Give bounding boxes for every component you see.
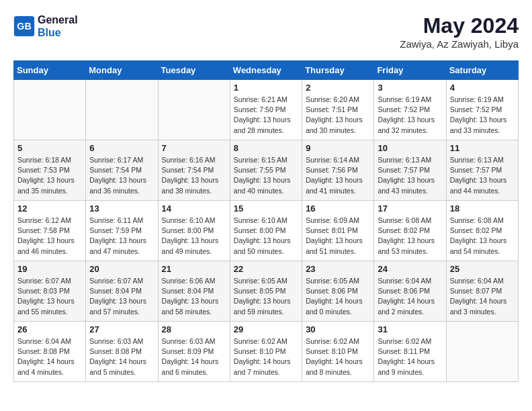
calendar-day-26: 26Sunrise: 6:04 AM Sunset: 8:08 PM Dayli… (14, 322, 86, 382)
day-number: 7 (162, 143, 226, 153)
calendar-day-23: 23Sunrise: 6:05 AM Sunset: 8:06 PM Dayli… (302, 261, 374, 322)
day-info: Sunrise: 6:12 AM Sunset: 7:58 PM Dayligh… (17, 216, 82, 257)
day-number: 14 (162, 203, 226, 214)
calendar-day-29: 29Sunrise: 6:02 AM Sunset: 8:10 PM Dayli… (230, 322, 302, 382)
calendar-day-15: 15Sunrise: 6:10 AM Sunset: 8:00 PM Dayli… (230, 201, 302, 261)
day-info: Sunrise: 6:11 AM Sunset: 7:59 PM Dayligh… (89, 216, 154, 257)
day-info: Sunrise: 6:04 AM Sunset: 8:06 PM Dayligh… (378, 276, 442, 317)
day-number: 29 (234, 324, 298, 334)
weekday-header-thursday: Thursday (302, 61, 374, 80)
calendar-day-3: 3Sunrise: 6:19 AM Sunset: 7:52 PM Daylig… (374, 80, 446, 140)
day-number: 12 (17, 203, 82, 214)
calendar-day-28: 28Sunrise: 6:03 AM Sunset: 8:09 PM Dayli… (158, 322, 230, 382)
calendar-week-4: 19Sunrise: 6:07 AM Sunset: 8:03 PM Dayli… (14, 261, 519, 322)
svg-text:GB: GB (17, 21, 31, 32)
title-area: May 2024 Zawiya, Az Zawiyah, Libya (400, 13, 519, 50)
calendar-day-9: 9Sunrise: 6:14 AM Sunset: 7:56 PM Daylig… (302, 140, 374, 201)
calendar-empty (86, 80, 158, 140)
calendar-table: SundayMondayTuesdayWednesdayThursdayFrid… (13, 60, 519, 382)
calendar-day-27: 27Sunrise: 6:03 AM Sunset: 8:08 PM Dayli… (86, 322, 158, 382)
calendar-day-5: 5Sunrise: 6:18 AM Sunset: 7:53 PM Daylig… (14, 140, 86, 201)
day-number: 8 (234, 143, 298, 153)
day-number: 11 (450, 143, 515, 153)
day-info: Sunrise: 6:07 AM Sunset: 8:04 PM Dayligh… (89, 276, 154, 317)
day-number: 18 (450, 203, 515, 214)
day-number: 5 (17, 143, 82, 153)
day-number: 26 (17, 324, 82, 334)
calendar-day-13: 13Sunrise: 6:11 AM Sunset: 7:59 PM Dayli… (86, 201, 158, 261)
day-info: Sunrise: 6:13 AM Sunset: 7:57 PM Dayligh… (450, 155, 515, 196)
weekday-header-friday: Friday (374, 61, 446, 80)
page-header: GB General Blue May 2024 Zawiya, Az Zawi… (13, 13, 519, 50)
day-number: 4 (450, 83, 515, 93)
day-info: Sunrise: 6:05 AM Sunset: 8:05 PM Dayligh… (234, 276, 298, 317)
logo-text-line1: General (38, 13, 78, 26)
calendar-day-14: 14Sunrise: 6:10 AM Sunset: 8:00 PM Dayli… (158, 201, 230, 261)
calendar-day-17: 17Sunrise: 6:08 AM Sunset: 8:02 PM Dayli… (374, 201, 446, 261)
calendar-day-11: 11Sunrise: 6:13 AM Sunset: 7:57 PM Dayli… (446, 140, 518, 201)
day-number: 6 (89, 143, 154, 153)
day-info: Sunrise: 6:18 AM Sunset: 7:53 PM Dayligh… (17, 155, 82, 196)
day-number: 22 (234, 264, 298, 274)
day-number: 28 (162, 324, 226, 334)
logo: GB General Blue (13, 13, 78, 39)
day-number: 16 (306, 203, 370, 214)
day-number: 2 (306, 83, 370, 93)
month-year-title: May 2024 (400, 13, 519, 38)
day-info: Sunrise: 6:21 AM Sunset: 7:50 PM Dayligh… (234, 95, 298, 136)
weekday-header-monday: Monday (86, 61, 158, 80)
logo-icon: GB (13, 15, 35, 37)
weekday-header-saturday: Saturday (446, 61, 518, 80)
day-info: Sunrise: 6:06 AM Sunset: 8:04 PM Dayligh… (162, 276, 226, 317)
day-info: Sunrise: 6:02 AM Sunset: 8:11 PM Dayligh… (378, 336, 442, 377)
calendar-day-31: 31Sunrise: 6:02 AM Sunset: 8:11 PM Dayli… (374, 322, 446, 382)
day-info: Sunrise: 6:07 AM Sunset: 8:03 PM Dayligh… (17, 276, 82, 317)
calendar-week-5: 26Sunrise: 6:04 AM Sunset: 8:08 PM Dayli… (14, 322, 519, 382)
day-info: Sunrise: 6:05 AM Sunset: 8:06 PM Dayligh… (306, 276, 370, 317)
calendar-day-10: 10Sunrise: 6:13 AM Sunset: 7:57 PM Dayli… (374, 140, 446, 201)
day-info: Sunrise: 6:03 AM Sunset: 8:08 PM Dayligh… (89, 336, 154, 377)
day-number: 25 (450, 264, 515, 274)
calendar-day-1: 1Sunrise: 6:21 AM Sunset: 7:50 PM Daylig… (230, 80, 302, 140)
day-info: Sunrise: 6:17 AM Sunset: 7:54 PM Dayligh… (89, 155, 154, 196)
day-number: 1 (234, 83, 298, 93)
calendar-week-3: 12Sunrise: 6:12 AM Sunset: 7:58 PM Dayli… (14, 201, 519, 261)
day-info: Sunrise: 6:19 AM Sunset: 7:52 PM Dayligh… (378, 95, 442, 136)
calendar-day-25: 25Sunrise: 6:04 AM Sunset: 8:07 PM Dayli… (446, 261, 518, 322)
calendar-week-2: 5Sunrise: 6:18 AM Sunset: 7:53 PM Daylig… (14, 140, 519, 201)
day-info: Sunrise: 6:08 AM Sunset: 8:02 PM Dayligh… (378, 216, 442, 257)
day-info: Sunrise: 6:03 AM Sunset: 8:09 PM Dayligh… (162, 336, 226, 377)
day-number: 13 (89, 203, 154, 214)
weekday-header-sunday: Sunday (14, 61, 86, 80)
day-number: 31 (378, 324, 442, 334)
calendar-day-22: 22Sunrise: 6:05 AM Sunset: 8:05 PM Dayli… (230, 261, 302, 322)
logo-text-line2: Blue (38, 26, 78, 39)
calendar-day-6: 6Sunrise: 6:17 AM Sunset: 7:54 PM Daylig… (86, 140, 158, 201)
day-number: 9 (306, 143, 370, 153)
day-info: Sunrise: 6:20 AM Sunset: 7:51 PM Dayligh… (306, 95, 370, 136)
day-number: 10 (378, 143, 442, 153)
day-info: Sunrise: 6:13 AM Sunset: 7:57 PM Dayligh… (378, 155, 442, 196)
calendar-day-30: 30Sunrise: 6:02 AM Sunset: 8:10 PM Dayli… (302, 322, 374, 382)
day-info: Sunrise: 6:04 AM Sunset: 8:07 PM Dayligh… (450, 276, 515, 317)
day-number: 19 (17, 264, 82, 274)
day-number: 3 (378, 83, 442, 93)
day-info: Sunrise: 6:02 AM Sunset: 8:10 PM Dayligh… (234, 336, 298, 377)
calendar-week-1: 1Sunrise: 6:21 AM Sunset: 7:50 PM Daylig… (14, 80, 519, 140)
calendar-day-18: 18Sunrise: 6:08 AM Sunset: 8:02 PM Dayli… (446, 201, 518, 261)
day-info: Sunrise: 6:02 AM Sunset: 8:10 PM Dayligh… (306, 336, 370, 377)
day-info: Sunrise: 6:10 AM Sunset: 8:00 PM Dayligh… (234, 216, 298, 257)
location-subtitle: Zawiya, Az Zawiyah, Libya (400, 38, 519, 50)
calendar-day-19: 19Sunrise: 6:07 AM Sunset: 8:03 PM Dayli… (14, 261, 86, 322)
day-info: Sunrise: 6:09 AM Sunset: 8:01 PM Dayligh… (306, 216, 370, 257)
calendar-day-8: 8Sunrise: 6:15 AM Sunset: 7:55 PM Daylig… (230, 140, 302, 201)
day-number: 23 (306, 264, 370, 274)
day-info: Sunrise: 6:04 AM Sunset: 8:08 PM Dayligh… (17, 336, 82, 377)
day-info: Sunrise: 6:15 AM Sunset: 7:55 PM Dayligh… (234, 155, 298, 196)
weekday-header-tuesday: Tuesday (158, 61, 230, 80)
day-number: 20 (89, 264, 154, 274)
day-info: Sunrise: 6:14 AM Sunset: 7:56 PM Dayligh… (306, 155, 370, 196)
calendar-empty (14, 80, 86, 140)
calendar-empty (446, 322, 518, 382)
day-number: 15 (234, 203, 298, 214)
